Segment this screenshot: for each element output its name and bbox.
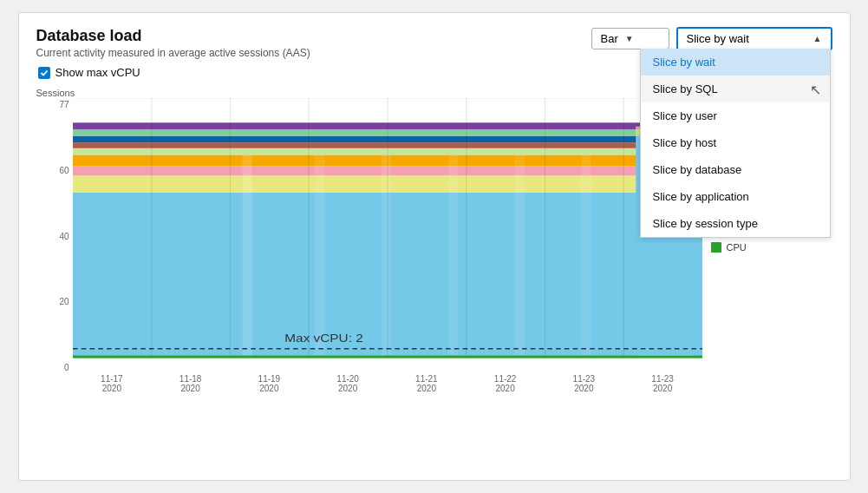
- dropdown-item-session-type[interactable]: Slice by session type: [641, 210, 830, 237]
- x-tick-1121: 11-212020: [388, 374, 467, 393]
- x-tick-1120: 11-202020: [309, 374, 388, 393]
- sessions-label: Sessions: [36, 88, 73, 98]
- svg-rect-15: [242, 154, 251, 355]
- y-tick-60: 60: [59, 166, 69, 175]
- x-tick-1123a: 11-232020: [545, 374, 623, 393]
- y-tick-77: 77: [59, 100, 69, 109]
- card-title: Database load: [36, 27, 310, 45]
- x-tick-1117: 11-172020: [73, 374, 152, 393]
- database-load-card: Database load Current activity measured …: [18, 12, 851, 481]
- legend-label-cpu: CPU: [727, 242, 747, 253]
- svg-rect-16: [315, 154, 324, 355]
- dropdown-menu: Slice by wait Slice by SQL ↖ Slice by us…: [640, 49, 831, 238]
- x-tick-1118: 11-182020: [151, 374, 230, 393]
- slice-select-label: Slice by wait: [687, 32, 749, 45]
- svg-text:Max vCPU: 2: Max vCPU: 2: [284, 333, 362, 345]
- x-axis: 11-172020 11-182020 11-192020 11-202020 …: [73, 372, 702, 398]
- dropdown-item-sql[interactable]: Slice by SQL ↖: [641, 76, 830, 102]
- slice-select-arrow: ▲: [813, 34, 822, 43]
- svg-rect-20: [581, 154, 591, 355]
- slice-select[interactable]: Slice by wait ▲ Slice by wait Slice by S…: [676, 27, 832, 50]
- checkmark-icon: [40, 69, 49, 77]
- x-tick-1122: 11-222020: [466, 374, 545, 393]
- y-tick-0: 0: [64, 363, 69, 372]
- title-block: Database load Current activity measured …: [36, 27, 310, 59]
- svg-rect-17: [382, 154, 391, 355]
- chart-type-label: Bar: [601, 32, 618, 45]
- header-row: Database load Current activity measured …: [36, 27, 832, 59]
- show-max-vcpu-checkbox[interactable]: [38, 67, 50, 79]
- card-subtitle: Current activity measured in average act…: [36, 47, 310, 59]
- legend-swatch-cpu: [711, 242, 721, 253]
- chart-inner: Max vCPU: 2: [73, 98, 702, 372]
- dropdown-item-wait[interactable]: Slice by wait: [641, 49, 830, 76]
- x-tick-1123b: 11-232020: [623, 374, 702, 393]
- x-tick-1119: 11-192020: [230, 374, 309, 393]
- svg-rect-18: [447, 154, 457, 355]
- chart-svg: Max vCPU: 2: [73, 98, 702, 372]
- dropdown-item-user[interactable]: Slice by user: [641, 102, 830, 129]
- chart-type-select[interactable]: Bar ▼: [591, 28, 669, 49]
- dropdown-item-host[interactable]: Slice by host: [641, 129, 830, 156]
- y-axis: Sessions 77 60 40 20 0: [36, 86, 73, 398]
- legend-item-cpu: CPU: [711, 242, 832, 253]
- dropdown-item-application[interactable]: Slice by application: [641, 183, 830, 210]
- controls-row: Bar ▼ Slice by wait ▲ Slice by wait Slic…: [591, 27, 832, 50]
- chart-type-arrow: ▼: [625, 34, 634, 43]
- svg-rect-19: [514, 154, 524, 355]
- dropdown-item-database[interactable]: Slice by database: [641, 156, 830, 183]
- y-tick-40: 40: [59, 232, 69, 241]
- y-tick-20: 20: [59, 297, 69, 306]
- show-max-vcpu-label: Show max vCPU: [55, 66, 140, 79]
- svg-rect-14: [73, 355, 702, 358]
